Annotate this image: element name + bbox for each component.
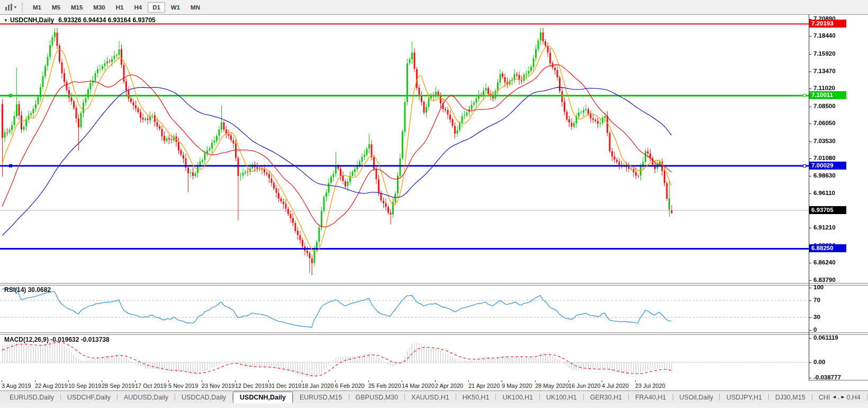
price-tick-mark [809, 123, 811, 124]
status-strip [0, 403, 868, 408]
price-tick-mark [809, 338, 811, 339]
price-tick-label: 6.83790 [813, 277, 836, 283]
timeframe-button-m15[interactable]: M15 [66, 2, 87, 13]
price-tick-mark [809, 228, 811, 228]
chart-tab-eurusd-m15[interactable]: EURUSD,M15 [293, 392, 349, 403]
date-label: 23 Nov 2019 [202, 383, 234, 389]
price-tick-label: 0 [813, 326, 817, 333]
price-tick-mark [809, 107, 811, 107]
date-tick-mark [102, 380, 102, 382]
chart-tab-fra40-h1[interactable]: FRA40,H1 [629, 392, 672, 403]
date-tick-mark [368, 380, 369, 382]
price-tick-mark [809, 330, 811, 331]
timeframe-button-m1[interactable]: M1 [28, 2, 46, 13]
date-tick-mark [168, 380, 169, 382]
date-label: 16 Jun 2020 [568, 383, 601, 389]
price-tick-label: 7.06050 [813, 120, 836, 126]
date-label: 31 Dec 2019 [268, 383, 301, 389]
level-price-badge: 7.00029 [809, 162, 846, 170]
price-tick-mark [809, 158, 811, 159]
chart-tab-uk100-h1[interactable]: UK100,H1 [496, 392, 539, 403]
chart-tab-uk100-h1[interactable]: UK100,H1 [540, 392, 583, 403]
date-label: 18 Jan 2020 [302, 383, 334, 389]
timeframe-button-m5[interactable]: M5 [47, 2, 65, 13]
chart-tab-audusd-daily[interactable]: AUDUSD,Daily [117, 392, 175, 403]
date-tick-mark [502, 380, 502, 382]
price-tick-mark [809, 280, 811, 281]
price-tick-label: 0.061119 [813, 334, 838, 341]
rsi-indicator-label: RSI(14) 30.0682 [4, 286, 51, 294]
level-price-badge: 7.10011 [809, 91, 846, 99]
date-label: 12 Dec 2019 [235, 383, 268, 389]
pane-separator-rsi[interactable] [0, 283, 868, 286]
date-tick-mark [402, 380, 402, 382]
date-tick-mark [468, 380, 469, 382]
symbol-label: USDCNH,Daily [10, 16, 54, 24]
date-label: 9 May 2020 [502, 383, 532, 389]
trading-platform-window: ▾ M1M5M15M30H1H4D1W1MN ▼USDCNH,Daily6.93… [0, 0, 868, 408]
pane-separator-macd[interactable] [0, 332, 868, 335]
chart-title: ▼USDCNH,Daily6.93326 6.94434 6.93164 6.9… [4, 16, 156, 24]
date-label: 10 Sep 2019 [68, 383, 101, 389]
chart-tab-usdjpy-h1[interactable]: USDJPY,H1 [720, 392, 768, 403]
price-tick-mark [809, 300, 811, 301]
timeframe-button-h4[interactable]: H4 [129, 2, 147, 13]
price-tick-label: 7.01080 [813, 155, 836, 161]
price-tick-mark [809, 141, 811, 142]
date-label: 21 Apr 2020 [468, 383, 500, 389]
chart-tab-usdchf-daily[interactable]: USDCHF,Daily [61, 392, 117, 403]
chart-tab-hk50-h1[interactable]: HK50,H1 [456, 392, 496, 403]
timeframe-button-w1[interactable]: W1 [166, 2, 185, 13]
chart-tab-list: EURUSD,DailyUSDCHF,DailyAUDUSD,DailyUSDC… [0, 391, 868, 403]
chart-tab-usoil-daily[interactable]: USOil,Daily [673, 392, 720, 403]
price-tick-label: 100 [813, 284, 824, 290]
price-tick-mark [809, 378, 811, 378]
chart-tab-ger30-h1[interactable]: GER30,H1 [584, 392, 628, 403]
price-tick-label: 7.13470 [813, 68, 836, 74]
date-label: 3 Aug 2019 [2, 383, 31, 389]
chart-surface[interactable] [0, 14, 809, 380]
price-tick-mark [809, 193, 811, 194]
date-label: 6 Feb 2020 [335, 383, 365, 389]
date-tick-mark [268, 380, 269, 382]
tab-scroll-right-icon[interactable]: ► [839, 394, 847, 400]
timeframe-button-mn[interactable]: MN [186, 2, 205, 13]
toolbar: ▾ M1M5M15M30H1H4D1W1MN [0, 0, 868, 15]
timeframe-button-d1[interactable]: D1 [148, 2, 165, 13]
date-tick-mark [535, 380, 536, 382]
date-label: 5 Nov 2019 [168, 383, 198, 389]
date-label: 2 Apr 2020 [435, 383, 463, 389]
current-price-badge: 6.93705 [809, 206, 846, 214]
price-tick-mark [809, 54, 811, 55]
date-label: 28 May 2020 [535, 383, 569, 389]
chart-tab-usdcad-daily[interactable]: USDCAD,Daily [175, 392, 232, 403]
date-label: 14 Mar 2020 [402, 383, 435, 389]
price-tick-label: 6.96110 [813, 190, 835, 196]
toolbar-separator [22, 3, 23, 12]
bar-chart-icon[interactable]: ▾ [3, 2, 18, 12]
time-axis[interactable]: 3 Aug 201922 Aug 201910 Sep 201928 Sep 2… [0, 380, 809, 391]
chart-tab-dj30-m15[interactable]: DJ30,M15 [769, 392, 812, 403]
bar-chart-glyph [5, 3, 13, 11]
date-tick-mark [202, 380, 202, 382]
date-label: 23 Jul 2020 [635, 383, 665, 389]
price-tick-mark [809, 362, 811, 363]
chart-tab-xauusd-h1[interactable]: XAUUSD,H1 [405, 392, 456, 403]
price-tick-label: 6.91210 [813, 224, 836, 230]
date-tick-mark [302, 380, 302, 382]
timeframe-button-m30[interactable]: M30 [88, 2, 110, 13]
chart-tab-usdcnh-daily[interactable]: USDCNH,Daily [233, 392, 293, 403]
date-label: 28 Sep 2019 [102, 383, 134, 389]
symbol-dropdown-icon[interactable]: ▼ [4, 18, 8, 23]
price-tick-label: -0.038777 [813, 374, 841, 380]
date-tick-mark [435, 380, 436, 382]
price-tick-mark [809, 176, 811, 176]
tab-scroll-left-icon[interactable]: ◄ [830, 394, 838, 400]
price-tick-mark [809, 288, 811, 288]
timeframe-button-h1[interactable]: H1 [111, 2, 129, 13]
chart-tab-eurusd-daily[interactable]: EURUSD,Daily [3, 392, 60, 403]
chart-tab-gbpusd-m30[interactable]: GBPUSD,M30 [349, 392, 405, 403]
date-tick-mark [602, 380, 602, 382]
price-tick-mark [809, 36, 811, 37]
date-tick-mark [335, 380, 336, 382]
